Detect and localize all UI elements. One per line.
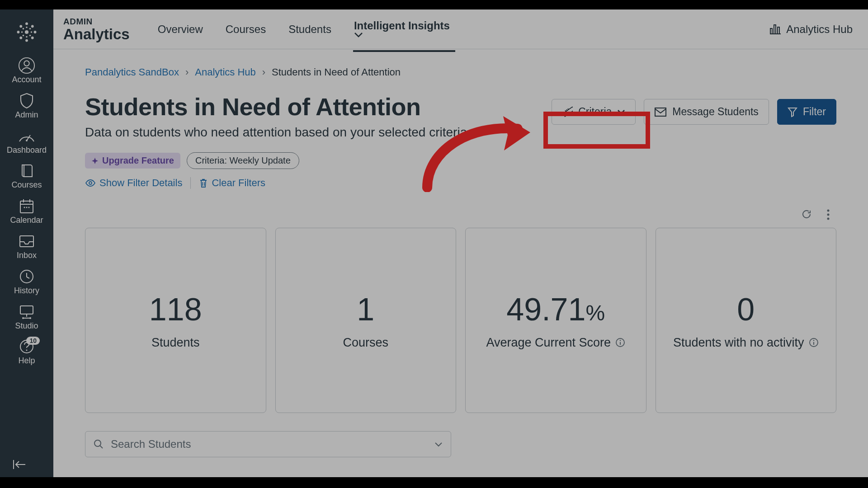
card-toolbar [85,209,836,221]
svg-point-16 [29,35,31,36]
svg-point-63 [94,440,101,446]
show-filter-details[interactable]: Show Filter Details [85,177,182,189]
svg-point-56 [827,218,830,220]
info-icon[interactable] [809,338,819,347]
svg-point-3 [17,31,20,33]
nav-account[interactable]: Account [0,54,53,89]
svg-point-10 [26,36,27,38]
svg-point-18 [24,61,29,66]
tab-intelligent-insights[interactable]: Intelligent Insights [353,7,455,52]
svg-point-54 [827,210,830,212]
svg-point-12 [31,31,32,33]
tab-courses[interactable]: Courses [225,10,267,48]
chevron-down-icon [434,442,443,447]
trash-icon [199,178,208,188]
metric-cards: 118 Students 1 Courses 49.71% Average Cu… [85,228,836,413]
kebab-icon [826,209,830,221]
nav-admin[interactable]: Admin [0,89,53,124]
nav-courses[interactable]: Courses [0,159,53,194]
svg-point-62 [813,340,814,341]
criteria-label: Criteria [578,106,612,118]
svg-point-51 [89,182,92,184]
nav-studio[interactable]: Studio [0,300,53,335]
svg-point-13 [23,28,24,29]
metric-value: 0 [737,291,755,328]
chip-row: Upgrade Feature Criteria: Weekly Update [85,152,836,169]
content: Pandalytics SandBox › Analytics Hub › St… [53,49,868,477]
user-circle-icon [18,57,35,74]
book-icon [19,163,34,179]
inbox-icon [19,233,35,249]
svg-point-2 [25,39,28,42]
gauge-icon [18,128,36,144]
nav-calendar[interactable]: Calendar [0,194,53,230]
help-badge: 10 [26,337,40,345]
filter-link-row: Show Filter Details Clear Filters [85,177,836,189]
studio-icon [18,304,35,320]
more-menu[interactable] [826,209,830,221]
tab-label: Intelligent Insights [354,19,450,32]
criteria-chip[interactable]: Criteria: Weekly Update [187,152,299,169]
search-icon [94,439,104,449]
svg-point-14 [29,28,31,29]
crumb-current: Students in Need of Attention [272,66,401,78]
calendar-icon [19,198,34,214]
breadcrumb: Pandalytics SandBox › Analytics Hub › St… [85,66,836,78]
crumb-link[interactable]: Pandalytics SandBox [85,66,179,78]
filter-button[interactable]: Filter [777,99,836,125]
nav-dashboard[interactable]: Dashboard [0,124,53,160]
metric-label: Students with no activity [673,336,819,350]
svg-point-59 [620,340,621,341]
criteria-button[interactable]: Criteria [552,99,636,125]
show-label: Show Filter Details [99,177,182,189]
svg-point-11 [21,31,23,33]
svg-rect-43 [770,28,772,34]
nav-label: Courses [11,181,42,190]
hub-label: Analytics Hub [786,23,853,36]
tab-overview[interactable]: Overview [157,10,204,48]
search-placeholder: Search Students [111,438,191,450]
eye-icon [85,179,96,187]
upgrade-feature-chip[interactable]: Upgrade Feature [85,153,180,169]
nav-label: Inbox [17,251,37,260]
svg-point-8 [31,37,34,39]
info-icon[interactable] [615,338,625,347]
filter-label: Filter [803,106,826,118]
nav-help[interactable]: 10 Help [0,335,53,370]
metric-value: 118 [149,291,202,328]
chevron-right-icon: › [262,66,265,78]
message-students-button[interactable]: Message Students [644,99,769,125]
nav-inbox[interactable]: Inbox [0,230,53,265]
app-logo[interactable] [13,19,40,46]
svg-line-32 [27,277,29,278]
svg-point-55 [827,214,830,216]
search-students[interactable]: Search Students [85,431,451,457]
collapse-nav[interactable] [0,452,53,477]
upgrade-label: Upgrade Feature [102,155,174,166]
tab-students[interactable]: Students [288,10,332,48]
metric-label: Courses [343,336,388,350]
nav-history[interactable]: History [0,265,53,300]
refresh-button[interactable] [801,209,812,221]
nav-label: Dashboard [7,146,47,155]
shield-icon [19,93,34,109]
chevron-down-icon [354,32,454,38]
clear-filters[interactable]: Clear Filters [199,177,265,189]
crumb-link[interactable]: Analytics Hub [195,66,256,78]
metric-card-students: 118 Students [85,228,266,413]
svg-rect-46 [563,107,573,116]
metric-card-no-activity: 0 Students with no activity [656,228,837,413]
svg-point-4 [34,31,37,33]
analytics-hub-link[interactable]: Analytics Hub [769,23,853,36]
svg-rect-50 [655,108,666,116]
svg-point-5 [19,25,22,28]
svg-point-9 [26,27,27,28]
global-nav: Account Admin Dashboard Courses Calendar [0,9,53,477]
chevron-down-icon [617,109,625,114]
svg-point-15 [23,35,24,36]
collapse-icon [12,458,27,471]
bar-chart-icon [769,24,781,35]
svg-rect-33 [20,306,33,314]
metric-card-courses: 1 Courses [275,228,457,413]
metric-label: Average Current Score [486,336,625,350]
